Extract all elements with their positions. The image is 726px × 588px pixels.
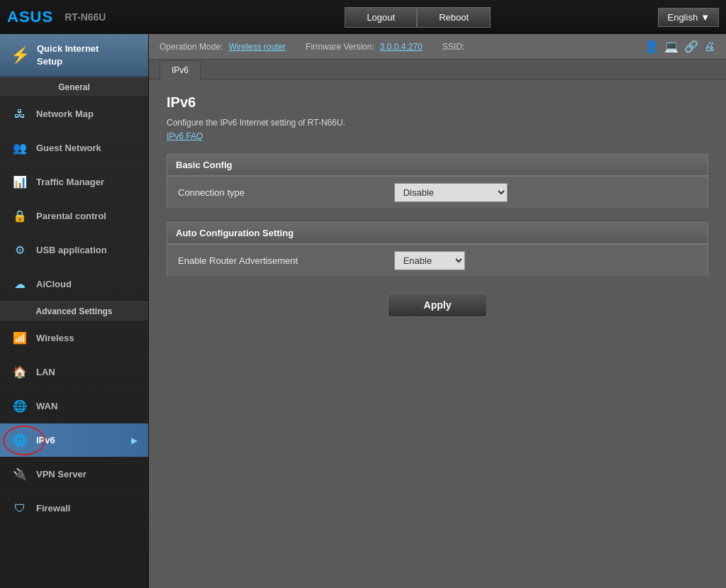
page-description: Configure the IPv6 Internet setting of R… [167, 118, 708, 128]
sidebar-item-label: AiCloud [36, 279, 72, 289]
sidebar-item-label: Parental control [36, 211, 106, 221]
quick-internet-label: Quick InternetSetup [37, 43, 99, 68]
basic-config-table: Connection type Disable Native Tunnel 6i… [167, 176, 708, 209]
sidebar-item-label: IPv6 [36, 435, 55, 445]
basic-config-section: Basic Config Connection type Disable Nat… [167, 154, 708, 209]
asus-logo: ASUS [7, 8, 53, 26]
main-content: IPv6 Configure the IPv6 Internet setting… [149, 80, 726, 588]
apply-section: Apply [167, 293, 708, 317]
traffic-manager-icon: 📊 [11, 175, 29, 189]
network-icon: 🔗 [684, 40, 698, 53]
lan-icon: 🏠 [11, 365, 29, 379]
router-advertisement-select[interactable]: Enable Disable [394, 251, 465, 270]
firewall-icon: 🛡 [11, 502, 29, 515]
router-advertisement-label: Enable Router Advertisement [167, 245, 384, 277]
sidebar-item-label: Guest Network [36, 143, 101, 153]
user-icon: 👤 [644, 40, 659, 53]
main-layout: ⚡ Quick InternetSetup General 🖧 Network … [0, 34, 726, 588]
faq-link[interactable]: IPv6 FAQ [167, 131, 203, 141]
sidebar-item-wan[interactable]: 🌐 WAN [0, 389, 148, 423]
ipv6-icon: 🌐 [11, 433, 29, 447]
sidebar-item-label: LAN [36, 367, 55, 377]
printer-icon: 🖨 [704, 40, 715, 53]
topbar: ASUS RT-N66U Logout Reboot English ▼ [0, 0, 726, 34]
sidebar-item-label: Network Map [36, 109, 94, 119]
general-section-header: General [0, 77, 148, 97]
auto-config-section: Auto Configuration Setting Enable Router… [167, 222, 708, 277]
sidebar-item-network-map[interactable]: 🖧 Network Map [0, 97, 148, 131]
sidebar-item-vpn-server[interactable]: 🔌 VPN Server [0, 457, 148, 492]
auto-config-header: Auto Configuration Setting [167, 222, 708, 244]
sidebar-item-quick-internet[interactable]: ⚡ Quick InternetSetup [0, 34, 148, 77]
quick-internet-icon: ⚡ [11, 46, 30, 65]
sidebar-item-usb-application[interactable]: ⚙ USB application [0, 233, 148, 267]
sidebar-item-label: Wireless [36, 333, 74, 343]
sidebar-item-label: VPN Server [36, 469, 86, 479]
page-faq: IPv6 FAQ [167, 131, 708, 141]
usb-application-icon: ⚙ [11, 243, 29, 257]
network-map-icon: 🖧 [11, 108, 29, 121]
advanced-section-header: Advanced Settings [0, 301, 148, 321]
sidebar-item-guest-network[interactable]: 👥 Guest Network [0, 131, 148, 165]
language-selector[interactable]: English ▼ [658, 8, 719, 27]
parental-control-icon: 🔒 [11, 209, 29, 223]
topbar-buttons: Logout Reboot [177, 7, 658, 28]
tab-bar: IPv6 [149, 60, 726, 80]
sidebar-item-label: Firewall [36, 503, 70, 514]
wireless-icon: 📶 [11, 331, 29, 345]
sidebar: ⚡ Quick InternetSetup General 🖧 Network … [0, 34, 149, 588]
connection-type-row: Connection type Disable Native Tunnel 6i… [167, 177, 708, 209]
sidebar-item-firewall[interactable]: 🛡 Firewall [0, 492, 148, 526]
sidebar-item-lan[interactable]: 🏠 LAN [0, 355, 148, 389]
model-name: RT-N66U [65, 11, 106, 23]
operation-mode-link[interactable]: Wireless router [228, 42, 286, 52]
language-label: English [667, 12, 698, 23]
sidebar-item-label: Traffic Manager [36, 177, 104, 187]
connection-type-select[interactable]: Disable Native Tunnel 6in4 Tunnel 6to4 T… [394, 183, 508, 202]
aicloud-icon: ☁ [11, 277, 29, 291]
logout-button[interactable]: Logout [345, 7, 417, 28]
sidebar-item-parental-control[interactable]: 🔒 Parental control [0, 199, 148, 233]
computer-icon: 💻 [664, 40, 678, 53]
wan-icon: 🌐 [11, 399, 29, 413]
basic-config-header: Basic Config [167, 154, 708, 176]
sidebar-item-label: USB application [36, 245, 107, 255]
vpn-server-icon: 🔌 [11, 467, 29, 481]
sidebar-item-traffic-manager[interactable]: 📊 Traffic Manager [0, 165, 148, 199]
sidebar-item-aicloud[interactable]: ☁ AiCloud [0, 267, 148, 301]
language-arrow-icon: ▼ [700, 12, 710, 23]
guest-network-icon: 👥 [11, 141, 29, 155]
auto-config-table: Enable Router Advertisement Enable Disab… [167, 244, 708, 277]
router-advertisement-row: Enable Router Advertisement Enable Disab… [167, 245, 708, 277]
firmware-link[interactable]: 3.0.0.4.270 [380, 42, 423, 52]
info-bar: Operation Mode: Wireless router Firmware… [149, 34, 726, 60]
tab-ipv6[interactable]: IPv6 [160, 60, 201, 80]
info-icons: 👤 💻 🔗 🖨 [644, 40, 715, 53]
ssid-label: SSID: [442, 42, 464, 52]
sidebar-item-label: WAN [36, 401, 57, 411]
firmware-label: Firmware Version: [306, 42, 374, 52]
logo-area: ASUS RT-N66U [7, 8, 177, 26]
connection-type-label: Connection type [167, 177, 384, 209]
operation-mode-label: Operation Mode: [160, 42, 223, 52]
page-title: IPv6 [167, 94, 708, 111]
sidebar-item-ipv6[interactable]: 🌐 IPv6 [0, 423, 148, 457]
apply-button[interactable]: Apply [388, 293, 488, 317]
content-area: Operation Mode: Wireless router Firmware… [149, 34, 726, 588]
sidebar-item-wireless[interactable]: 📶 Wireless [0, 321, 148, 355]
reboot-button[interactable]: Reboot [417, 7, 491, 28]
